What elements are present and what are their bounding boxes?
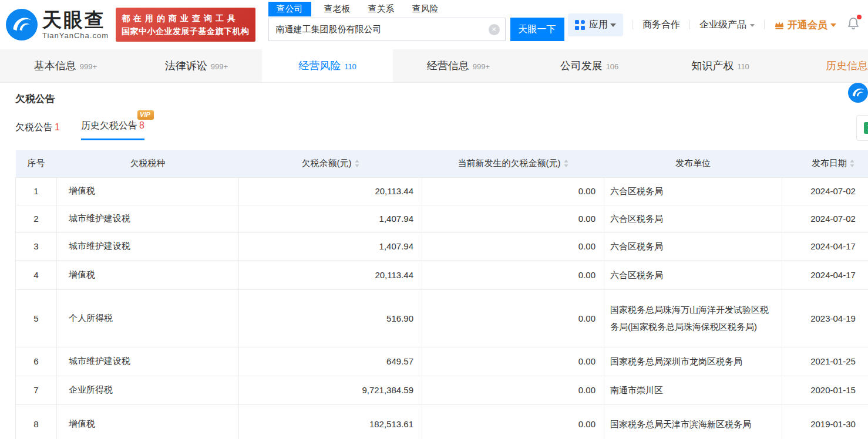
column-header-tax-type: 欠税税种 xyxy=(57,150,239,177)
table-cell-amount: 182,513.61 xyxy=(239,404,422,439)
subtab-history-tax-arrears[interactable]: VIP 历史欠税公告8 xyxy=(81,120,144,140)
table-row: 1增值税20,113.440.00六合区税务局2024-07-02 xyxy=(16,177,868,205)
nav-tab-operating-risk[interactable]: 经营风险 110 xyxy=(262,49,393,82)
nav-tab-basic-info[interactable]: 基本信息 999+ xyxy=(0,49,131,82)
nav-tab-label: 知识产权 xyxy=(691,59,734,73)
table-cell-amount: 649.57 xyxy=(239,347,422,376)
notification-bell-button[interactable] xyxy=(847,16,860,33)
search-tab-boss[interactable]: 查老板 xyxy=(324,2,351,16)
table-row: 3城市维护建设税1,407.940.00六合区税务局2024-04-17 xyxy=(16,232,868,260)
table-cell-seq: 1 xyxy=(16,177,57,205)
chevron-down-icon xyxy=(610,23,616,27)
table-cell-amount: 1,407.94 xyxy=(239,232,422,260)
clear-icon[interactable]: ✕ xyxy=(489,24,500,35)
table-cell-date: 2020-01-15 xyxy=(782,376,868,404)
tianyancha-float-logo-icon[interactable] xyxy=(848,83,868,103)
table-cell-new-amount: 0.00 xyxy=(422,177,604,205)
table-cell-publisher: 国家税务总局天津市滨海新区税务局 xyxy=(604,404,782,439)
search-button[interactable]: 天眼一下 xyxy=(510,18,564,41)
nav-tab-company-development[interactable]: 公司发展 106 xyxy=(524,49,655,82)
search-tab-relation[interactable]: 查关系 xyxy=(368,2,395,16)
table-cell-date: 2024-04-17 xyxy=(782,260,868,289)
table-cell-seq: 6 xyxy=(16,347,57,376)
table-cell-amount: 20,113.44 xyxy=(239,260,422,289)
apps-menu-button[interactable]: 应用 xyxy=(568,13,623,36)
banner-line2: 国家中小企业发展子基金旗下机构 xyxy=(122,25,250,38)
open-vip-label: 开通会员 xyxy=(788,18,827,32)
table-row: 8增值税182,513.610.00国家税务总局天津市滨海新区税务局2019-0… xyxy=(16,404,868,439)
export-excel-button[interactable]: X xyxy=(856,115,868,141)
nav-tab-label: 历史信息 xyxy=(826,59,868,73)
sort-icon[interactable] xyxy=(564,160,568,167)
table-cell-amount: 20,113.44 xyxy=(239,177,422,205)
notification-dot xyxy=(857,15,862,19)
tianyancha-logo-icon xyxy=(6,9,38,40)
subtabs: 欠税公告1 VIP 历史欠税公告8 X xyxy=(0,106,868,140)
table-cell-type: 城市维护建设税 xyxy=(57,347,239,376)
open-vip-button[interactable]: 开通会员 xyxy=(774,18,836,32)
sort-icon[interactable] xyxy=(355,160,359,167)
search-tab-company[interactable]: 查公司 xyxy=(268,2,311,16)
table-cell-publisher: 南通市崇川区 xyxy=(604,376,782,404)
page: 天眼查 TianYanCha.com 都在用的商业查询工具 国家中小企业发展子基… xyxy=(0,0,868,439)
divider xyxy=(633,20,633,29)
search-row: ✕ 天眼一下 xyxy=(268,18,564,41)
sort-icon[interactable] xyxy=(850,160,854,167)
search-input[interactable] xyxy=(268,18,506,41)
subtab-count: 8 xyxy=(139,120,144,130)
tax-arrears-table: 序号 欠税税种 欠税余额(元) 当前新发生的欠税金额( xyxy=(15,150,868,439)
nav-tab-count: 999+ xyxy=(211,62,228,71)
table-cell-seq: 4 xyxy=(16,260,57,289)
apps-grid-icon xyxy=(575,20,585,30)
column-header-publish-date[interactable]: 发布日期 xyxy=(782,150,868,177)
table-cell-type: 增值税 xyxy=(57,177,239,205)
table-cell-publisher: 六合区税务局 xyxy=(604,177,782,205)
apps-menu-label: 应用 xyxy=(589,19,608,31)
table-cell-type: 城市维护建设税 xyxy=(57,205,239,232)
nav-tab-operating-info[interactable]: 经营信息 999+ xyxy=(393,49,524,82)
logo-text: 天眼查 TianYanCha.com xyxy=(42,9,109,40)
table-cell-publisher: 六合区税务局 xyxy=(604,205,782,232)
nav-tab-label: 经营信息 xyxy=(427,59,469,73)
banner-line1: 都在用的商业查询工具 xyxy=(122,12,250,25)
table-cell-new-amount: 0.00 xyxy=(422,347,604,376)
tianyancha-logo[interactable]: 天眼查 TianYanCha.com xyxy=(6,9,109,40)
table-row: 6城市维护建设税649.570.00国家税务总局深圳市龙岗区税务局2021-01… xyxy=(16,347,868,376)
nav-tab-label: 基本信息 xyxy=(34,59,76,73)
top-header: 天眼查 TianYanCha.com 都在用的商业查询工具 国家中小企业发展子基… xyxy=(0,0,868,49)
menu-item-business-cooperation[interactable]: 商务合作 xyxy=(642,19,680,31)
table-row: 2城市维护建设税1,407.940.00六合区税务局2024-07-02 xyxy=(16,205,868,232)
company-nav-bar: 基本信息 999+ 法律诉讼 999+ 经营风险 110 经营信息 999+ 公… xyxy=(0,49,868,83)
table-cell-seq: 7 xyxy=(16,376,57,404)
nav-tab-count: 106 xyxy=(606,62,619,71)
subtab-count: 1 xyxy=(55,122,60,132)
column-header-new-arrears[interactable]: 当前新发生的欠税金额(元) xyxy=(422,150,604,177)
excel-icon: X xyxy=(864,122,868,134)
table-cell-date: 2024-07-02 xyxy=(782,205,868,232)
table-cell-new-amount: 0.00 xyxy=(422,289,604,347)
subtab-tax-arrears[interactable]: 欠税公告1 xyxy=(15,121,60,140)
nav-tab-intellectual-property[interactable]: 知识产权 110 xyxy=(655,49,786,82)
table-cell-date: 2019-01-30 xyxy=(782,404,868,439)
table-cell-seq: 3 xyxy=(16,232,57,260)
table-cell-amount: 516.90 xyxy=(239,289,422,347)
table-cell-date: 2021-01-25 xyxy=(782,347,868,376)
chevron-down-icon xyxy=(830,23,836,27)
column-header-arrears-balance[interactable]: 欠税余额(元) xyxy=(239,150,422,177)
table-row: 7企业所得税9,721,384.590.00南通市崇川区2020-01-15 xyxy=(16,376,868,404)
divider xyxy=(764,20,765,29)
table-cell-new-amount: 0.00 xyxy=(422,404,604,439)
logo-domain: TianYanCha.com xyxy=(42,31,109,40)
nav-tab-count: 999+ xyxy=(80,62,97,71)
menu-item-enterprise-products[interactable]: 企业级产品 xyxy=(699,19,755,31)
nav-tab-label: 公司发展 xyxy=(560,59,603,73)
nav-tab-count: 999+ xyxy=(473,62,490,71)
table-cell-new-amount: 0.00 xyxy=(422,232,604,260)
nav-tab-history-info[interactable]: VIP 历史信息 9 xyxy=(786,49,868,82)
search-tab-risk[interactable]: 查风险 xyxy=(412,2,439,16)
table-cell-seq: 2 xyxy=(16,205,57,232)
table-cell-publisher: 六合区税务局 xyxy=(604,232,782,260)
nav-tab-legal[interactable]: 法律诉讼 999+ xyxy=(131,49,262,82)
table-cell-new-amount: 0.00 xyxy=(422,260,604,289)
table-row: 5个人所得税516.900.00国家税务总局珠海万山海洋开发试验区税务局(国家税… xyxy=(16,289,868,347)
